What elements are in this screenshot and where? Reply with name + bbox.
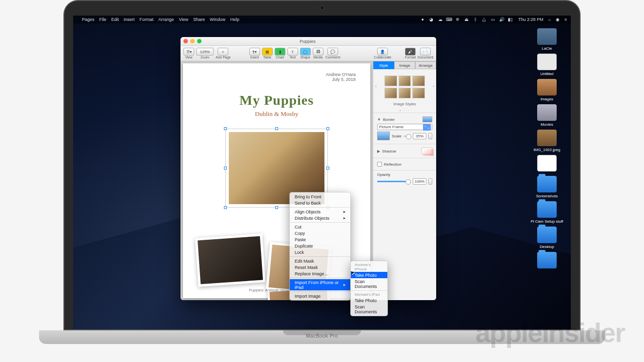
status-tray[interactable]: ● ◕ ☁ ⌨ ✲ ⏏ ᛒ ⧋ ▭ 🔊 ▮▯ xyxy=(420,17,513,22)
menu-insert[interactable]: Insert xyxy=(124,17,135,22)
resize-handle[interactable] xyxy=(326,127,329,130)
menu-share[interactable]: Share xyxy=(193,17,205,22)
resize-handle[interactable] xyxy=(275,127,278,130)
ctx-item[interactable]: Paste xyxy=(290,236,350,243)
frame-type-select[interactable]: Picture Frame xyxy=(377,124,432,130)
volume-icon[interactable]: 🔊 xyxy=(499,17,504,22)
battery-icon[interactable]: ▮▯ xyxy=(507,17,513,22)
menu-window[interactable]: Window xyxy=(210,17,225,22)
maximize-icon[interactable] xyxy=(197,39,201,43)
tab-arrange[interactable]: Arrange xyxy=(415,61,436,69)
context-sub-menu[interactable]: Andrew's iPhoneTake PhotoScan DocumentsM… xyxy=(350,261,388,316)
status-icon[interactable]: ◕ xyxy=(428,17,434,22)
desktop-icon[interactable] xyxy=(528,155,566,173)
scale-slider[interactable] xyxy=(403,135,411,137)
sub-menu-item[interactable]: Scan Documents xyxy=(351,278,387,289)
ctx-item[interactable]: Cut xyxy=(290,224,350,230)
ctx-item[interactable]: Edit Mask xyxy=(290,258,350,264)
frame-thumbnail[interactable] xyxy=(377,132,390,140)
menu-help[interactable]: Help xyxy=(230,17,240,22)
ctx-item[interactable]: Import From iPhone or iPad▸ xyxy=(290,279,350,290)
tb-media[interactable]: 🖼Media xyxy=(313,48,323,59)
tb-view[interactable]: ☰▾View xyxy=(183,48,194,59)
resize-handle[interactable] xyxy=(326,167,329,170)
tb-document[interactable]: 📄Document xyxy=(418,48,433,59)
status-icon[interactable]: ● xyxy=(420,17,425,22)
style-thumb[interactable] xyxy=(412,76,425,86)
tb-collaborate[interactable]: 👤Collaborate xyxy=(374,48,391,59)
search-icon[interactable]: ⌕ xyxy=(548,17,551,22)
opacity-slider[interactable] xyxy=(377,181,411,182)
status-icon[interactable]: ☁ xyxy=(437,17,443,22)
styles-prev-icon[interactable]: ‹ xyxy=(374,84,378,89)
style-thumb[interactable] xyxy=(412,88,425,98)
tb-chart[interactable]: ▮Chart xyxy=(275,48,285,59)
desktop-icon[interactable]: IMG_1922.jpeg xyxy=(528,130,566,152)
desktop-icon[interactable]: Images xyxy=(528,79,566,101)
tb-table[interactable]: ▦Table xyxy=(262,48,273,59)
menu-view[interactable]: View xyxy=(179,17,188,22)
ctx-item[interactable]: Send to Back xyxy=(290,200,350,206)
window-titlebar[interactable]: Puppies xyxy=(181,37,436,46)
tb-add-page[interactable]: ＋Add Page xyxy=(216,48,231,59)
ctx-item[interactable]: Import Image xyxy=(290,293,350,299)
tb-format[interactable]: 🖌Format xyxy=(405,48,416,59)
ctx-item[interactable]: Reset Mask xyxy=(290,264,350,270)
scale-stepper[interactable] xyxy=(428,133,432,139)
desktop-icon[interactable] xyxy=(528,252,566,270)
desktop-icon[interactable]: Pi Cam Setup stuff xyxy=(528,201,566,224)
ctx-item[interactable]: Duplicate xyxy=(290,243,350,249)
menubar-clock[interactable]: Thu 2:28 PM xyxy=(518,17,543,22)
menu-file[interactable]: File xyxy=(100,17,107,22)
style-thumb[interactable] xyxy=(399,88,411,98)
menubar[interactable]: Pages File Edit Insert Format Arrange Vi… xyxy=(73,16,571,23)
styles-next-icon[interactable]: › xyxy=(432,84,435,89)
dog-photo-1[interactable] xyxy=(195,233,266,286)
status-icon[interactable]: ⏏ xyxy=(463,17,469,22)
resize-handle[interactable] xyxy=(224,127,227,130)
shadow-preview[interactable] xyxy=(422,148,432,154)
airplay-icon[interactable]: ▭ xyxy=(490,17,496,22)
tab-style[interactable]: Style xyxy=(373,61,394,69)
menu-format[interactable]: Format xyxy=(140,17,154,22)
resize-handle[interactable] xyxy=(275,206,278,209)
desktop-icon[interactable]: Desktop xyxy=(528,227,566,249)
reflection-checkbox[interactable] xyxy=(377,162,382,167)
desktop-icon[interactable]: Movies xyxy=(528,104,566,127)
close-icon[interactable] xyxy=(183,39,188,43)
opacity-stepper[interactable] xyxy=(428,178,432,185)
ctx-item[interactable]: Bring to Front xyxy=(290,193,350,200)
border-preview[interactable] xyxy=(423,116,432,122)
bluetooth-icon[interactable]: ᛒ xyxy=(472,17,478,22)
ctx-item[interactable]: Replace Image… xyxy=(290,270,350,277)
style-thumb[interactable] xyxy=(384,88,397,98)
tb-zoom[interactable]: 125%Zoom xyxy=(196,48,214,59)
disclosure-icon[interactable]: ▶ xyxy=(377,149,380,153)
resize-handle[interactable] xyxy=(224,167,227,170)
menu-edit[interactable]: Edit xyxy=(111,17,119,22)
desktop-icon[interactable]: Screenshots xyxy=(528,176,566,198)
style-thumb[interactable] xyxy=(384,76,397,86)
status-icon[interactable]: ⌨ xyxy=(446,17,452,22)
tb-comment[interactable]: 💬Comment xyxy=(325,48,340,59)
siri-icon[interactable]: ◉ xyxy=(556,17,560,22)
scale-value[interactable]: 35% xyxy=(413,133,426,139)
resize-handle[interactable] xyxy=(224,206,227,209)
status-icon[interactable]: ✲ xyxy=(455,17,461,22)
sub-menu-item[interactable]: Scan Documents xyxy=(351,304,387,315)
ctx-item[interactable]: Lock xyxy=(290,249,350,255)
context-menu[interactable]: Bring to FrontSend to BackAlign Objects▸… xyxy=(289,192,351,301)
tb-text[interactable]: TText xyxy=(287,48,298,59)
doc-subtitle[interactable]: Dublin & Mosby xyxy=(198,110,356,118)
desktop-icon[interactable]: LaCie xyxy=(528,28,566,51)
tab-image[interactable]: Image xyxy=(394,61,415,69)
ctx-item[interactable]: Align Objects▸ xyxy=(290,209,350,215)
minimize-icon[interactable] xyxy=(190,39,195,43)
desktop-icon[interactable]: Untitled xyxy=(528,54,566,76)
traffic-lights[interactable] xyxy=(183,39,201,43)
tb-insert[interactable]: ¶▾Insert xyxy=(249,48,260,59)
app-name[interactable]: Pages xyxy=(82,17,95,22)
ctx-item[interactable]: Copy xyxy=(290,230,350,236)
doc-title[interactable]: My Puppies xyxy=(198,93,356,108)
sub-menu-item[interactable]: Take Photo xyxy=(351,272,387,278)
